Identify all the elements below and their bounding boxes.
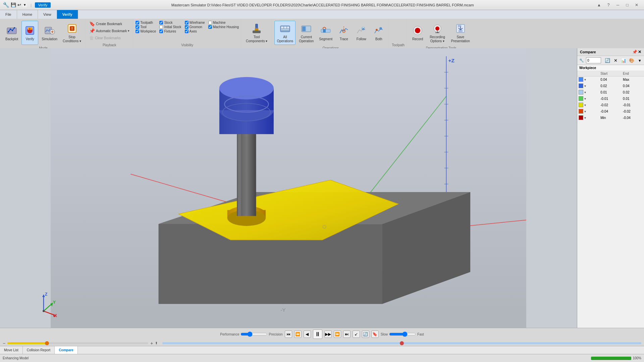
clear-bookmarks-button[interactable]: 🗑 Clear Bookmarks bbox=[88, 35, 122, 41]
check-wireframe[interactable]: Wireframe bbox=[185, 21, 205, 24]
viewport[interactable]: +Z -Z -Y bbox=[0, 48, 577, 328]
compare-table-row: ▾ -0.01 0.01 bbox=[577, 96, 644, 102]
backplot-button[interactable]: Backplot bbox=[3, 21, 20, 45]
step-back-button[interactable]: ⏪ bbox=[294, 330, 302, 338]
panel-pin-icon[interactable]: 📌 bbox=[632, 50, 637, 54]
compare-color-cell: ▾ bbox=[577, 115, 599, 121]
performance-slider[interactable] bbox=[240, 332, 267, 337]
simulation-icon bbox=[44, 24, 56, 37]
ribbon-tabs: File Home View Verify bbox=[0, 10, 644, 19]
tab-file[interactable]: File bbox=[0, 10, 17, 19]
compare-color-cell: ▾ bbox=[577, 83, 599, 89]
create-bookmark-button[interactable]: 🔖 Create Bookmark bbox=[88, 21, 123, 27]
svg-rect-7 bbox=[28, 27, 30, 30]
check-workpiece[interactable]: Workpiece bbox=[136, 29, 156, 33]
svg-text:+Z: +Z bbox=[448, 58, 454, 63]
check-tool[interactable]: Tool bbox=[136, 25, 156, 29]
color-swatch bbox=[579, 83, 583, 88]
save-presentation-button[interactable]: Save Presentation bbox=[449, 21, 472, 45]
toolpath-content bbox=[392, 20, 405, 43]
ribbon-group-playback: 🔖 Create Bookmark 📌 Automatic Bookmark ▾… bbox=[86, 19, 133, 48]
color-swatch bbox=[579, 77, 583, 82]
check-stock[interactable]: Stock bbox=[159, 21, 181, 24]
compare-cancel-icon[interactable]: ✕ bbox=[612, 57, 619, 64]
check-fixtures[interactable]: Fixtures bbox=[159, 29, 181, 33]
pause-button[interactable]: ⏸ bbox=[313, 329, 322, 339]
compare-more-icon[interactable]: ▾ bbox=[636, 57, 643, 64]
tab-verify[interactable]: Verify bbox=[57, 10, 78, 19]
simulation-button[interactable]: Simulation bbox=[40, 21, 59, 45]
segment-button[interactable]: Segment bbox=[317, 21, 334, 45]
tool-components-button[interactable]: ToolComponents ▾ bbox=[244, 21, 269, 45]
row-indicator: ▾ bbox=[584, 97, 586, 101]
check-gnomon[interactable]: Gnomon bbox=[185, 25, 205, 29]
current-operation-button[interactable]: Current Operation bbox=[297, 21, 316, 45]
skip-to-end-button[interactable]: ⏭ bbox=[343, 330, 351, 338]
demo-content: Record ▾ Recording Options ▾ bbox=[410, 20, 473, 46]
right-progress-track[interactable] bbox=[162, 342, 641, 344]
reset-view-button[interactable]: ↙ bbox=[353, 330, 360, 338]
backplot-label: Backplot bbox=[5, 37, 18, 41]
help-btn[interactable]: ? bbox=[604, 0, 613, 10]
tab-move-list[interactable]: Move List bbox=[0, 346, 23, 354]
follow-button[interactable]: Follow bbox=[353, 21, 369, 45]
clear-bookmark-icon: 🗑 bbox=[89, 35, 94, 41]
minimize-btn[interactable]: ─ bbox=[613, 0, 623, 10]
play-back-button[interactable]: ◀ bbox=[304, 330, 311, 338]
color-swatch bbox=[579, 115, 583, 120]
close-btn[interactable]: ✕ bbox=[632, 0, 641, 10]
precision-label: Precision bbox=[269, 333, 282, 336]
automatic-bookmark-button[interactable]: 📌 Automatic Bookmark ▾ bbox=[88, 28, 130, 34]
svg-text:▾: ▾ bbox=[437, 32, 438, 34]
compare-chart-icon[interactable]: 📊 bbox=[620, 57, 627, 64]
recording-options-button[interactable]: ▾ Recording Options ▾ bbox=[428, 21, 447, 45]
trace-button[interactable]: Trace bbox=[336, 21, 352, 45]
main-progress-thumb[interactable] bbox=[45, 341, 49, 345]
progress-minus-icon[interactable]: − bbox=[3, 341, 5, 346]
compare-panel-title: Compare 📌 ✕ bbox=[577, 48, 644, 56]
progress-expand-icon[interactable]: ⬆ bbox=[155, 341, 158, 345]
maximize-btn[interactable]: □ bbox=[623, 0, 632, 10]
step-forward-button[interactable]: ⏩ bbox=[334, 330, 341, 338]
auto-bookmark-dropdown[interactable]: ▾ bbox=[128, 29, 129, 33]
compare-refresh-icon[interactable]: 🔄 bbox=[604, 57, 611, 64]
machine-svg: +Z -Z -Y bbox=[0, 48, 577, 328]
both-button[interactable]: Both bbox=[371, 21, 387, 45]
tab-collision-report[interactable]: Collision Report bbox=[23, 346, 55, 354]
tab-compare[interactable]: Compare bbox=[55, 346, 77, 354]
right-progress-thumb[interactable] bbox=[400, 341, 404, 345]
quick-access-undo[interactable]: ↩ bbox=[17, 2, 21, 7]
progress-plus-icon[interactable]: + bbox=[150, 341, 153, 346]
quick-access-save[interactable]: 💾 bbox=[11, 2, 16, 7]
speed-slider[interactable] bbox=[389, 332, 416, 337]
color-swatch bbox=[579, 103, 583, 107]
verify-button[interactable]: Verify bbox=[21, 21, 38, 45]
check-initial-stock[interactable]: Initial Stock bbox=[159, 25, 181, 29]
axis-indicator: Z Y X bbox=[30, 291, 57, 318]
color-swatch bbox=[579, 90, 583, 95]
skip-to-start-button[interactable]: ⏮ bbox=[285, 330, 292, 338]
compare-color-cell: ▾ bbox=[577, 89, 599, 96]
compare-color-icon[interactable]: 🎨 bbox=[628, 57, 635, 64]
check-machine-housing[interactable]: Machine Housing bbox=[208, 25, 239, 29]
bookmark-nav-button[interactable]: 🔖 bbox=[371, 330, 379, 338]
compare-end-cell: 0.01 bbox=[622, 96, 644, 102]
main-progress-track[interactable] bbox=[7, 342, 148, 344]
stop-conditions-button[interactable]: ! Stop Conditions ▾ bbox=[61, 21, 83, 45]
check-machine[interactable]: Machine bbox=[208, 21, 239, 24]
tab-home[interactable]: Home bbox=[17, 10, 38, 19]
quick-access-more[interactable]: ▾ bbox=[22, 2, 27, 7]
all-operations-button[interactable]: All Operations bbox=[274, 21, 296, 45]
play-forward-button[interactable]: ▶▶ bbox=[324, 330, 332, 338]
panel-close-icon[interactable]: ✕ bbox=[638, 50, 641, 54]
loop-button[interactable]: 🔄 bbox=[362, 330, 369, 338]
check-axes[interactable]: Axes bbox=[185, 29, 205, 33]
ribbon-collapse-btn[interactable]: ▲ bbox=[594, 0, 604, 10]
record-button[interactable]: Record bbox=[410, 21, 426, 45]
compare-value-input[interactable] bbox=[586, 57, 601, 63]
check-toolpath[interactable]: Toolpath bbox=[136, 21, 156, 24]
compare-table-row: ▾ Min -0.04 bbox=[577, 115, 644, 121]
status-progress-fill bbox=[591, 357, 631, 360]
tab-view[interactable]: View bbox=[38, 10, 57, 19]
row-indicator: ▾ bbox=[584, 90, 586, 94]
